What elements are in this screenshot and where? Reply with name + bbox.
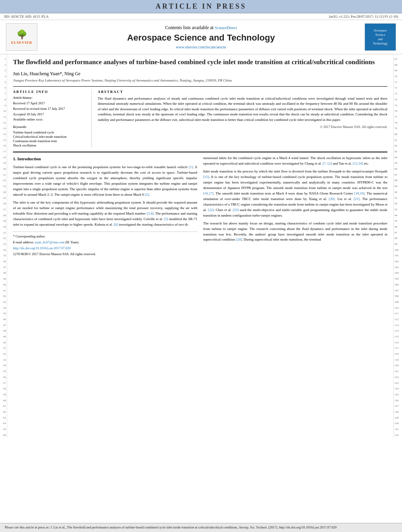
article-info-label: ARTICLE INFO	[13, 90, 87, 94]
ln-59: 59	[0, 392, 6, 398]
history-label: Article history:	[13, 96, 87, 100]
rn-73: 73	[395, 91, 402, 97]
affiliation: Jiangsu Province Key Laboratory of Aeros…	[13, 78, 387, 82]
ln-66: 66	[0, 432, 6, 438]
ln-36: 36	[0, 259, 6, 265]
ln-46: 46	[0, 317, 6, 323]
ln-35: 35	[0, 253, 6, 259]
rn-103: 103	[395, 265, 402, 271]
rn-99: 99	[395, 241, 402, 247]
ref-23[interactable]: [23]	[233, 208, 238, 212]
revised-date: Received in revised form 17 July 2017	[13, 107, 87, 111]
article-title: The flowfield and performance analyses o…	[13, 57, 387, 67]
ln-12: 12	[0, 120, 6, 126]
ln-31: 31	[0, 230, 6, 236]
email-link[interactable]: yuan_hch7@sina.com	[35, 240, 65, 244]
rn-119: 119	[395, 357, 402, 363]
body-para-2: The inlet is one of the key components o…	[13, 200, 197, 228]
ln-54: 54	[0, 363, 6, 369]
ln-45: 45	[0, 311, 6, 317]
ref-7-12[interactable]: [7–12]	[322, 161, 332, 165]
ln-2: 2	[0, 62, 6, 68]
ref-15[interactable]: [15]	[203, 175, 209, 179]
ln-8: 8	[0, 97, 6, 103]
ln-47: 47	[0, 323, 6, 328]
rn-87: 87	[395, 172, 402, 178]
rn-69: 69	[395, 68, 402, 74]
ln-28: 28	[0, 213, 6, 219]
ln-34: 34	[0, 247, 6, 253]
ref-6[interactable]: [6]	[114, 222, 118, 226]
ref-16-17[interactable]: [16,17]	[203, 191, 214, 195]
rn-94: 94	[395, 213, 402, 219]
rn-86: 86	[395, 166, 402, 172]
rn-109: 109	[395, 299, 402, 305]
rn-112: 112	[395, 317, 402, 323]
rn-89: 89	[395, 184, 402, 189]
rn-130: 130	[395, 421, 402, 426]
ref-2[interactable]: [2]	[145, 193, 149, 196]
body-para-1: Turbine-based combined cycle is one of t…	[13, 165, 197, 198]
ln-65: 65	[0, 426, 6, 432]
abstract-text: The fluid dynamics and performance analy…	[98, 96, 387, 123]
rn-105: 105	[395, 276, 402, 282]
ref-13-14[interactable]: [13,14]	[353, 161, 363, 165]
meta-left: JID: AESCTE AID: 4115 /FLA	[4, 15, 48, 19]
ln-42: 42	[0, 293, 6, 299]
rn-115: 115	[395, 334, 402, 340]
rn-96: 96	[395, 224, 402, 230]
body-para-right-1: mensional inlets for the combined cycle …	[203, 156, 388, 167]
rn-75: 75	[395, 103, 402, 109]
sciencedirect-link[interactable]: ScienceDirect	[215, 26, 237, 30]
keywords-label: Keywords:	[13, 125, 87, 129]
corresponding-note: * Corresponding author.	[13, 234, 197, 239]
rn-106: 106	[395, 282, 402, 288]
rn-68: 68	[395, 62, 402, 68]
journal-logo-right: Aerospace Science and Technology	[365, 23, 396, 51]
authors-line: Jun Liu, Huacheng Yuan*, Ning Ge	[13, 71, 387, 77]
ref-1[interactable]: [1]	[189, 165, 193, 169]
doi-link[interactable]: http://dx.doi.org/10.1016/j.ast.2017.07.…	[13, 246, 71, 250]
copyright-line: © 2017 Elsevier Masson SAS. All rights r…	[98, 125, 387, 129]
rn-114: 114	[395, 328, 402, 334]
banner-text: ARTICLE IN PRESS	[156, 2, 246, 10]
ref-5[interactable]: [5]	[164, 217, 168, 221]
ref-3-4[interactable]: [3,4]	[147, 211, 153, 215]
issn-line: 1270-9638/© 2017 Elsevier Masson SAS. Al…	[13, 252, 197, 257]
email-suffix: (H. Yuan).	[65, 240, 79, 244]
email-note: E-mail address: yuan_hch7@sina.com (H. Y…	[13, 240, 197, 245]
ref-20[interactable]: [20]	[329, 197, 335, 201]
ln-52: 52	[0, 351, 6, 357]
ln-21: 21	[0, 172, 6, 178]
ref-21[interactable]: [21]	[354, 197, 359, 201]
elsevier-text: ELSEVIER	[11, 41, 32, 44]
body-col-left: 1. Introduction Turbine-based combined c…	[13, 156, 197, 258]
journal-header: 🌳 ELSEVIER Contents lists available at S…	[0, 20, 402, 54]
ref-24[interactable]: [24]	[236, 237, 242, 241]
ln-17: 17	[0, 149, 6, 155]
rn-85: 85	[395, 160, 402, 166]
rn-83: 83	[395, 149, 402, 155]
ln-13: 13	[0, 126, 6, 132]
ln-40: 40	[0, 282, 6, 288]
ln-58: 58	[0, 386, 6, 392]
corresponding-text: * Corresponding author.	[13, 234, 45, 238]
elsevier-tree-icon: 🌳	[17, 30, 27, 40]
ln-23: 23	[0, 184, 6, 189]
rn-80: 80	[395, 132, 402, 137]
received-date: Received 17 April 2017	[13, 101, 87, 106]
citation-bar: Please cite this article in press as: J.…	[0, 523, 402, 532]
rn-117: 117	[395, 345, 402, 351]
rn-100: 100	[395, 247, 402, 253]
article-info-abstract: ARTICLE INFO Article history: Received 1…	[13, 86, 387, 148]
rn-88: 88	[395, 178, 402, 184]
rn-123: 123	[395, 380, 402, 386]
rn-131: 131	[395, 426, 402, 432]
ln-49: 49	[0, 334, 6, 340]
rn-79: 79	[395, 126, 402, 132]
elsevier-logo-box: 🌳 ELSEVIER	[6, 23, 37, 51]
rn-92: 92	[395, 201, 402, 207]
keyword-4: Shock oscillation	[13, 143, 87, 147]
ref-18-19[interactable]: [18,19]	[354, 191, 365, 195]
ref-22[interactable]: [22]	[208, 208, 214, 212]
